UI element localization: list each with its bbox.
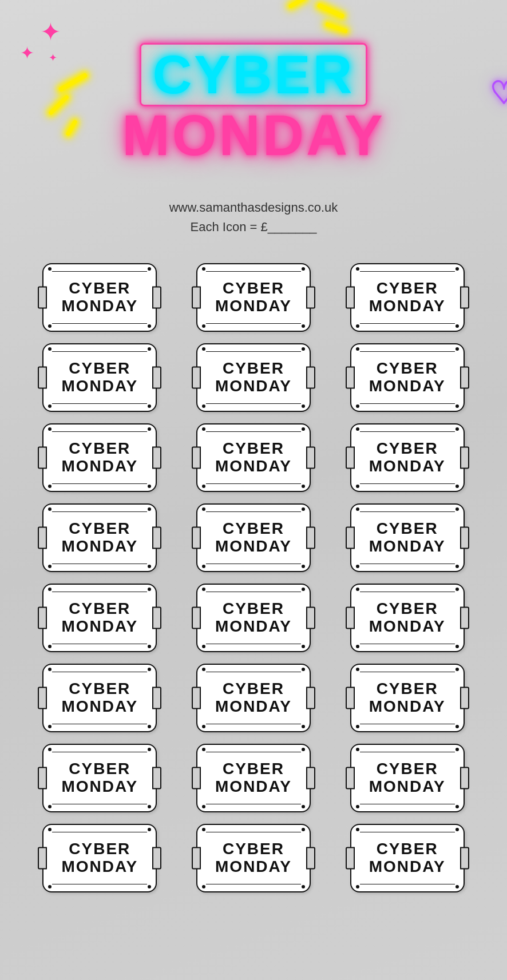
- badge-line: [360, 323, 455, 324]
- badge-line: [206, 752, 301, 752]
- badge-cyber-text: CYBER: [69, 440, 130, 458]
- sparkle-icon-large: ✦: [40, 17, 61, 46]
- corner-dot: [202, 565, 205, 568]
- list-item: CYBER MONDAY: [29, 423, 171, 492]
- badge-text-container: CYBER MONDAY: [207, 515, 300, 560]
- corner-dot: [455, 748, 459, 751]
- corner-dot: [302, 485, 305, 488]
- corner-dot: [302, 507, 305, 511]
- badge-text-container: CYBER MONDAY: [53, 355, 146, 400]
- badge-monday-text: MONDAY: [215, 618, 292, 636]
- corner-dot: [455, 885, 459, 888]
- list-item: CYBER MONDAY: [183, 824, 325, 892]
- corner-dot: [455, 427, 459, 431]
- cyber-monday-badge: CYBER MONDAY: [350, 824, 465, 892]
- badge-monday-text: MONDAY: [61, 778, 138, 796]
- badge-text-container: CYBER MONDAY: [53, 596, 146, 640]
- badge-cyber-text: CYBER: [223, 600, 284, 618]
- cyber-monday-badge: CYBER MONDAY: [196, 343, 311, 412]
- cyber-heading: CYBER: [153, 44, 355, 105]
- badge-line: [52, 592, 147, 592]
- corner-dot: [48, 725, 52, 728]
- corner-dot: [148, 324, 151, 328]
- cyber-monday-badge: CYBER MONDAY: [196, 824, 311, 892]
- badge-monday-text: MONDAY: [61, 698, 138, 716]
- badge-line: [360, 351, 455, 352]
- corner-dot: [48, 805, 52, 808]
- corner-dot: [302, 404, 305, 408]
- badge-line: [360, 752, 455, 752]
- badge-line: [52, 884, 147, 884]
- list-item: CYBER MONDAY: [29, 824, 171, 892]
- streak-icon: [58, 73, 88, 92]
- corner-dot: [302, 668, 305, 671]
- corner-dot: [455, 828, 459, 831]
- corner-dot: [148, 885, 151, 888]
- corner-dot: [48, 828, 52, 831]
- corner-dot: [48, 507, 52, 511]
- badge-line: [206, 271, 301, 272]
- corner-dot: [202, 507, 205, 511]
- badge-cyber-text: CYBER: [69, 280, 130, 297]
- badge-monday-text: MONDAY: [215, 538, 292, 556]
- badge-line: [360, 483, 455, 484]
- badge-cyber-text: CYBER: [377, 520, 438, 538]
- badge-line: [360, 271, 455, 272]
- corner-dot: [202, 645, 205, 648]
- badge-cyber-text: CYBER: [223, 280, 284, 297]
- sticker-grid: CYBER MONDAY CYBER MONDAY: [0, 252, 507, 915]
- heart-icon-large: ♡: [490, 74, 507, 111]
- corner-dot: [302, 324, 305, 328]
- corner-dot: [455, 347, 459, 351]
- badge-monday-text: MONDAY: [61, 297, 138, 315]
- badge-line: [206, 592, 301, 592]
- list-item: CYBER MONDAY: [336, 824, 478, 892]
- cyber-monday-badge: CYBER MONDAY: [350, 503, 465, 572]
- badge-cyber-text: CYBER: [69, 600, 130, 618]
- badge-line: [206, 724, 301, 724]
- badge-line: [52, 431, 147, 432]
- list-item: CYBER MONDAY: [336, 263, 478, 332]
- badge-cyber-text: CYBER: [223, 440, 284, 458]
- corner-dot: [356, 885, 359, 888]
- corner-dot: [302, 645, 305, 648]
- badge-text-container: CYBER MONDAY: [361, 355, 454, 400]
- corner-dot: [455, 588, 459, 591]
- streak-icon: [65, 120, 77, 136]
- badge-line: [360, 564, 455, 564]
- corner-dot: [148, 725, 151, 728]
- corner-dot: [202, 668, 205, 671]
- list-item: CYBER MONDAY: [336, 343, 478, 412]
- corner-dot: [202, 885, 205, 888]
- badge-line: [206, 403, 301, 404]
- list-item: CYBER MONDAY: [336, 423, 478, 492]
- badge-line: [360, 511, 455, 512]
- badge-monday-text: MONDAY: [215, 858, 292, 876]
- badge-line: [52, 511, 147, 512]
- corner-dot: [356, 828, 359, 831]
- corner-dot: [148, 267, 151, 271]
- cyber-monday-badge: CYBER MONDAY: [42, 584, 157, 652]
- badge-line: [206, 644, 301, 644]
- badge-text-container: CYBER MONDAY: [53, 275, 146, 320]
- badge-monday-text: MONDAY: [61, 378, 138, 395]
- cyber-monday-badge: CYBER MONDAY: [196, 263, 311, 332]
- list-item: CYBER MONDAY: [183, 343, 325, 412]
- badge-line: [206, 564, 301, 564]
- info-section: www.samanthasdesigns.co.uk Each Icon = £…: [0, 189, 507, 252]
- badge-text-container: CYBER MONDAY: [361, 515, 454, 560]
- streak-icon: [325, 22, 348, 33]
- cyber-box: CYBER: [140, 43, 368, 106]
- corner-dot: [202, 588, 205, 591]
- corner-dot: [356, 507, 359, 511]
- badge-text-container: CYBER MONDAY: [53, 836, 146, 880]
- corner-dot: [148, 805, 151, 808]
- price-label: Each Icon = £_______: [0, 220, 507, 235]
- corner-dot: [302, 748, 305, 751]
- cyber-monday-badge: CYBER MONDAY: [42, 824, 157, 892]
- badge-cyber-text: CYBER: [377, 280, 438, 297]
- corner-dot: [302, 427, 305, 431]
- corner-dot: [148, 404, 151, 408]
- badge-line: [52, 323, 147, 324]
- streak-icon: [317, 3, 345, 19]
